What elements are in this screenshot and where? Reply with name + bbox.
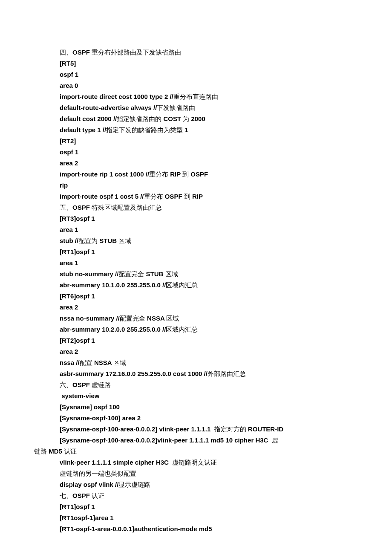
text-segment: 配置为 [78, 237, 99, 244]
text-segment: 配置完全 [120, 315, 147, 322]
text-segment: system-view [60, 392, 99, 399]
text-segment: OSPF [72, 204, 92, 211]
text-segment: ROUTER-ID [248, 425, 283, 433]
text-segment: 显示虚链路 [118, 481, 150, 488]
text-segment: rip [60, 182, 68, 189]
text-line: area 2 [60, 346, 358, 357]
text-line: [Sysname] ospf 100 [60, 402, 358, 413]
text-line: nssa no-summary //配置完全 NSSA 区域 [60, 313, 358, 324]
text-segment: 六、 [60, 381, 72, 388]
text-line: import-route ospf 1 cost 5 //重分布 OSPF 到 … [60, 191, 358, 202]
text-segment: 配置完全 [118, 270, 146, 278]
text-line: [Sysname-ospf-100-area-0.0.0.2] vlink-pe… [60, 424, 358, 435]
text-segment: [RT3]ospf 1 [60, 215, 95, 222]
text-line: default type 1 //指定下发的缺省路由为类型 1 [60, 124, 358, 136]
text-line: abr-summary 10.2.0.0 255.255.0.0 //区域内汇总 [60, 324, 358, 335]
text-segment: 重分布 [144, 193, 165, 200]
text-segment: stub no-summary // [60, 270, 118, 278]
text-segment: 重分布直连路由 [173, 93, 218, 100]
text-segment: asbr-summary 172.16.0.0 255.255.0.0 cost… [60, 370, 208, 377]
text-segment: area 2 [60, 159, 78, 167]
text-segment: 指定缺省路由的 [117, 115, 163, 122]
text-segment: OSPF [72, 49, 92, 56]
text-segment: area 0 [60, 82, 78, 89]
text-segment: 配置 [80, 359, 94, 366]
text-segment: import-route rip 1 cost 1000 // [60, 171, 149, 178]
text-segment: MD5 [49, 448, 64, 455]
text-segment: RIP [192, 193, 203, 200]
text-line: [Sysname-ospf-100] area 2 [60, 413, 358, 424]
text-line: [Sysname-ospf-100-area-0.0.0.2]vlink-pee… [60, 435, 358, 446]
text-segment: COST [163, 115, 183, 122]
text-line: abr-summary 10.1.0.0 255.255.0.0 //区域内汇总 [60, 280, 358, 291]
text-segment: default type 1 // [60, 126, 106, 133]
text-segment: RIP [170, 171, 182, 178]
text-line: 四、OSPF 重分布外部路由及下发缺省路由 [60, 47, 358, 58]
text-line: default-route-advertise always //下发缺省路由 [60, 102, 358, 113]
text-line: system-view [60, 390, 358, 402]
text-line: vlink-peer 1.1.1.1 simple cipher H3C 虚链路… [60, 457, 358, 468]
text-segment: 外部路由汇总 [208, 370, 246, 377]
text-segment: [RT5] [60, 60, 76, 67]
text-segment: 虚链路明文认证 [172, 459, 217, 466]
text-segment: area 2 [60, 348, 78, 355]
text-segment: [RT2]ospf 1 [60, 337, 95, 344]
text-segment: 虚链路 [92, 381, 111, 388]
text-segment: 七、 [60, 492, 72, 499]
text-line: [RT2]ospf 1 [60, 335, 358, 346]
text-segment: [RT1ospf-1]area 1 [60, 514, 114, 521]
text-segment: 2000 [191, 115, 205, 122]
text-line: area 1 [60, 257, 358, 269]
text-segment: [RT6]ospf 1 [60, 292, 95, 300]
text-segment: vlink-peer 1.1.1.1 simple cipher H3C [60, 459, 172, 466]
text-segment: 1 [184, 126, 188, 133]
text-segment: 下发缺省路由 [157, 104, 195, 111]
text-segment: [Sysname] ospf 100 [60, 403, 120, 410]
text-segment: abr-summary 10.1.0.0 255.255.0.0 // [60, 281, 166, 289]
text-segment: nssa // [60, 359, 80, 366]
text-line: [RT5] [60, 58, 358, 69]
text-line: [RT1-ospf-1-area-0.0.0.1]authentication-… [60, 523, 358, 535]
text-segment: 区域内汇总 [166, 281, 198, 289]
text-segment: area 2 [60, 304, 78, 311]
text-segment: 区域内汇总 [166, 326, 198, 333]
text-segment: [Sysname-ospf-100-area-0.0.0.2]vlink-pee… [60, 436, 272, 444]
text-segment: 区域 [118, 237, 131, 244]
text-segment: [Sysname-ospf-100-area-0.0.0.2] vlink-pe… [60, 425, 214, 433]
text-line: import-route rip 1 cost 1000 //重分布 RIP 到… [60, 169, 358, 180]
text-line: [RT1]ospf 1 [60, 501, 358, 512]
text-segment: OSPF [190, 171, 208, 178]
text-segment: [RT1]ospf 1 [60, 248, 95, 255]
text-segment: default-route-advertise always // [60, 104, 157, 111]
text-line: [RT1]ospf 1 [60, 246, 358, 257]
text-segment: [RT1]ospf 1 [60, 503, 95, 510]
text-segment: stub // [60, 237, 78, 244]
text-line: nssa //配置 NSSA 区域 [60, 357, 358, 368]
document-page: 四、OSPF 重分布外部路由及下发缺省路由[RT5]ospf 1area 0im… [0, 0, 392, 555]
text-segment: 到 [184, 193, 192, 200]
text-line: ospf 1 [60, 147, 358, 158]
text-segment: [RT2] [60, 137, 76, 145]
text-line: ospf 1 [60, 69, 358, 80]
text-line: display ospf vlink //显示虚链路 [60, 479, 358, 490]
text-segment: 四、 [60, 49, 72, 56]
text-segment: 特殊区域配置及路由汇总 [92, 204, 162, 211]
text-segment: [Sysname-ospf-100] area 2 [60, 414, 141, 422]
text-segment: 链路 [34, 448, 49, 455]
text-line: 链路 MD5 认证 [34, 446, 358, 457]
text-line: [RT2] [60, 136, 358, 147]
text-line: area 0 [60, 80, 358, 91]
text-segment: OSPF [165, 193, 184, 200]
text-line: 六、OSPF 虚链路 [60, 379, 358, 390]
text-segment: 区域 [113, 359, 126, 366]
text-line: [RT3]ospf 1 [60, 213, 358, 224]
text-segment: nssa no-summary // [60, 315, 120, 322]
text-segment: ospf 1 [60, 148, 78, 156]
text-segment: OSPF [72, 381, 92, 388]
text-line: 虚链路的另一端也类似配置 [60, 468, 358, 479]
text-line: area 2 [60, 302, 358, 313]
text-segment: area 1 [60, 226, 78, 233]
text-segment: STUB [146, 270, 165, 278]
text-segment: 区域 [165, 270, 178, 278]
text-segment: 虚链路的另一端也类似配置 [60, 470, 136, 477]
